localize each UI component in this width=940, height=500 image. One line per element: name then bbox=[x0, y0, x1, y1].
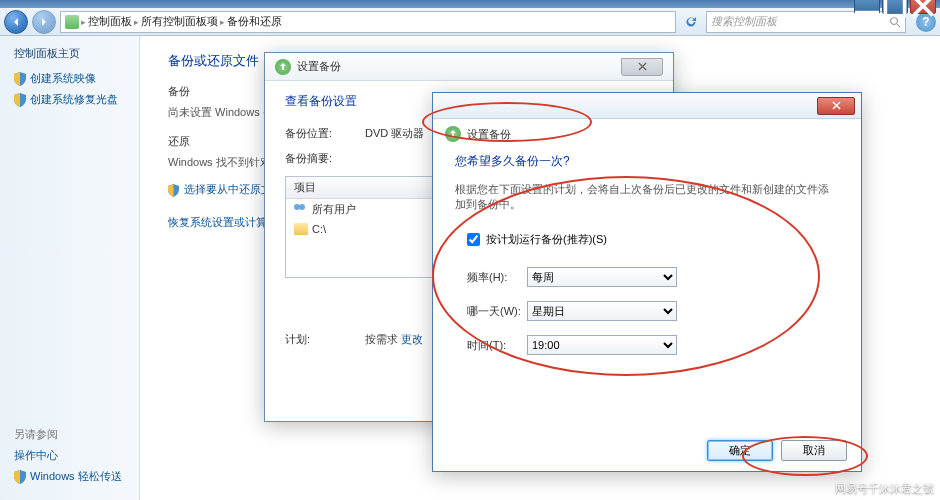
sidebar: 控制面板主页 创建系统映像 创建系统修复光盘 另请参阅 操作中心 Windows… bbox=[0, 36, 140, 500]
cancel-button[interactable]: 取消 bbox=[781, 440, 847, 461]
time-select[interactable]: 19:00 bbox=[527, 335, 677, 355]
dialog-close-button[interactable] bbox=[621, 58, 663, 76]
dialog-close-button[interactable] bbox=[817, 97, 855, 115]
checkbox-input[interactable] bbox=[467, 233, 480, 246]
easy-transfer-link[interactable]: Windows 轻松传送 bbox=[14, 469, 139, 484]
nav-back-button[interactable] bbox=[4, 10, 28, 34]
backup-icon bbox=[275, 59, 291, 75]
ok-button[interactable]: 确定 bbox=[707, 440, 773, 461]
nav-forward-button[interactable] bbox=[32, 10, 56, 34]
shield-icon bbox=[14, 93, 26, 107]
window-titlebar bbox=[0, 0, 940, 8]
list-item-label: C:\ bbox=[312, 223, 326, 235]
link-label: Windows 轻松传送 bbox=[30, 469, 122, 484]
crumb-root[interactable]: 控制面板 bbox=[88, 14, 132, 29]
schedule-dialog: 设置备份 您希望多久备份一次? 根据您在下面设置的计划，会将自上次备份后已更改的… bbox=[432, 92, 862, 472]
chevron-right-icon: ▸ bbox=[220, 17, 225, 27]
control-panel-icon bbox=[65, 15, 79, 29]
dialog-body: 您希望多久备份一次? 根据您在下面设置的计划，会将自上次备份后已更改的文件和新创… bbox=[433, 149, 861, 381]
close-button[interactable] bbox=[910, 0, 936, 14]
backup-icon bbox=[445, 126, 461, 142]
crumb-all[interactable]: 所有控制面板项 bbox=[141, 14, 218, 29]
change-schedule-link[interactable]: 更改 bbox=[401, 332, 423, 347]
dialog-titlebar bbox=[433, 93, 861, 119]
shield-icon bbox=[168, 184, 179, 197]
chevron-right-icon: ▸ bbox=[134, 17, 139, 27]
minimize-button[interactable] bbox=[854, 0, 880, 14]
shield-icon bbox=[14, 72, 26, 86]
watermark: 网易号千沐沐君之號 bbox=[835, 481, 934, 496]
crumb-here[interactable]: 备份和还原 bbox=[227, 14, 282, 29]
dialog-description: 根据您在下面设置的计划，会将自上次备份后已更改的文件和新创建的文件添加到备份中。 bbox=[455, 182, 839, 212]
sidebar-bottom: 另请参阅 操作中心 Windows 轻松传送 bbox=[14, 427, 139, 490]
see-also-heading: 另请参阅 bbox=[14, 427, 139, 442]
dialog-titlebar: 设置备份 bbox=[265, 53, 673, 81]
sidebar-home-link[interactable]: 控制面板主页 bbox=[14, 46, 139, 61]
day-select[interactable]: 星期日 bbox=[527, 301, 677, 321]
dialog-title: 设置备份 bbox=[297, 59, 341, 74]
day-label: 哪一天(W): bbox=[467, 304, 527, 319]
frequency-label: 频率(H): bbox=[467, 270, 527, 285]
shield-icon bbox=[14, 470, 26, 484]
window-controls bbox=[854, 0, 936, 14]
schedule-label: 计划: bbox=[285, 332, 365, 347]
svg-rect-0 bbox=[855, 11, 879, 16]
day-row: 哪一天(W): 星期日 bbox=[467, 301, 839, 321]
navbar: ▸ 控制面板 ▸ 所有控制面板项 ▸ 备份和还原 搜索控制面板 ? bbox=[0, 8, 940, 36]
frequency-row: 频率(H): 每周 bbox=[467, 267, 839, 287]
list-item-label: 所有用户 bbox=[312, 202, 356, 217]
time-label: 时间(T): bbox=[467, 338, 527, 353]
breadcrumb[interactable]: ▸ 控制面板 ▸ 所有控制面板项 ▸ 备份和还原 bbox=[60, 11, 676, 33]
search-placeholder: 搜索控制面板 bbox=[711, 14, 777, 29]
create-repair-disc-link[interactable]: 创建系统修复光盘 bbox=[14, 92, 139, 107]
users-icon bbox=[294, 204, 308, 216]
frequency-select[interactable]: 每周 bbox=[527, 267, 677, 287]
chevron-right-icon: ▸ bbox=[81, 17, 86, 27]
checkbox-label: 按计划运行备份(推荐)(S) bbox=[486, 232, 607, 247]
run-on-schedule-checkbox[interactable]: 按计划运行备份(推荐)(S) bbox=[467, 232, 839, 247]
create-system-image-link[interactable]: 创建系统映像 bbox=[14, 71, 139, 86]
time-row: 时间(T): 19:00 bbox=[467, 335, 839, 355]
svg-point-2 bbox=[891, 17, 898, 24]
location-value: DVD 驱动器 bbox=[365, 126, 424, 141]
svg-rect-1 bbox=[885, 0, 904, 16]
action-center-link[interactable]: 操作中心 bbox=[14, 448, 139, 463]
maximize-button[interactable] bbox=[882, 0, 908, 14]
link-label: 创建系统修复光盘 bbox=[30, 92, 118, 107]
link-label: 创建系统映像 bbox=[30, 71, 96, 86]
location-label: 备份位置: bbox=[285, 126, 365, 141]
dialog-heading: 您希望多久备份一次? bbox=[455, 153, 839, 170]
summary-label: 备份摘要: bbox=[285, 151, 365, 166]
refresh-button[interactable] bbox=[680, 11, 702, 33]
folder-icon bbox=[294, 223, 308, 235]
dialog-subheader: 设置备份 bbox=[433, 119, 861, 149]
schedule-value: 按需求 bbox=[365, 332, 398, 347]
dialog-footer: 确定 取消 bbox=[707, 440, 847, 461]
dialog-subtitle: 设置备份 bbox=[467, 127, 511, 142]
